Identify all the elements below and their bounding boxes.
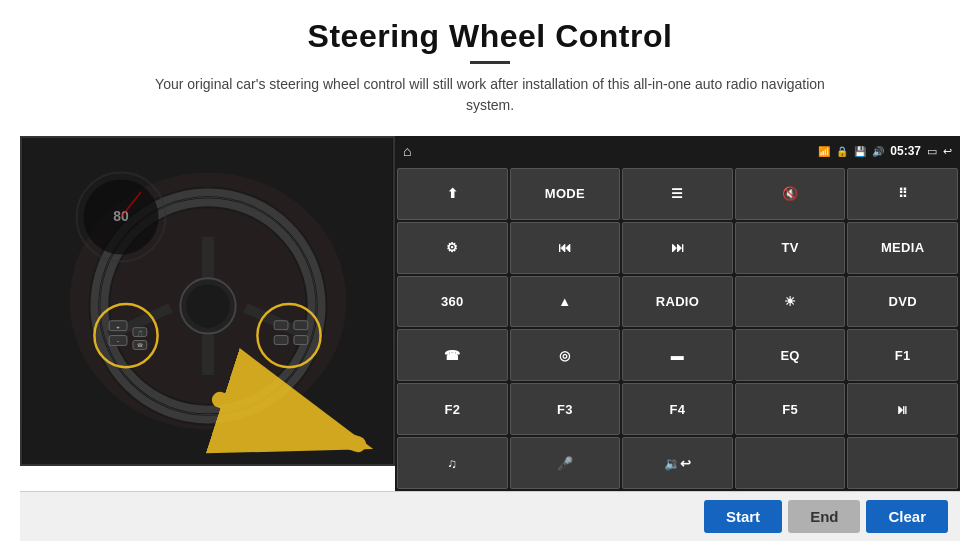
title-section: Steering Wheel Control Your original car… [150,18,830,116]
content-area: + - 🎵 ☎ [20,136,960,491]
svg-rect-22 [274,321,288,330]
wifi-icon: 📶 [818,146,830,157]
ui-panel: ⌂ 📶 🔒 💾 🔊 05:37 ▭ ↩ ⬆MODE☰🔇⠿⚙⏮⏭TVMEDIA36… [395,136,960,491]
status-bar-right: 📶 🔒 💾 🔊 05:37 ▭ ↩ [818,144,952,158]
btn-label-r5c5: ⏯ [896,402,909,417]
ui-button-r2c5[interactable]: MEDIA [847,222,958,274]
steering-wheel-bg: + - 🎵 ☎ [22,138,393,464]
btn-label-r4c3: ▬ [671,348,684,363]
btn-label-r2c3: ⏭ [671,240,684,255]
btn-label-r4c2: ◎ [559,348,570,363]
btn-label-r1c5: ⠿ [898,186,908,201]
ui-button-r1c2[interactable]: MODE [510,168,621,220]
button-grid: ⬆MODE☰🔇⠿⚙⏮⏭TVMEDIA360▲RADIO☀DVD☎◎▬EQF1F2… [395,166,960,491]
page-title: Steering Wheel Control [150,18,830,55]
ui-button-r2c4[interactable]: TV [735,222,846,274]
ui-button-r6c5[interactable] [847,437,958,489]
home-icon[interactable]: ⌂ [403,143,411,159]
btn-label-r3c3: RADIO [656,294,699,309]
svg-text:☎: ☎ [137,343,143,348]
btn-label-r3c5: DVD [889,294,917,309]
ui-button-r5c4[interactable]: F5 [735,383,846,435]
back-icon: ↩ [943,145,952,158]
ui-button-r6c3[interactable]: 🔉↩ [622,437,733,489]
ui-button-r3c2[interactable]: ▲ [510,276,621,328]
ui-button-r4c5[interactable]: F1 [847,329,958,381]
btn-label-r4c5: F1 [895,348,911,363]
ui-button-r2c2[interactable]: ⏮ [510,222,621,274]
ui-button-r1c4[interactable]: 🔇 [735,168,846,220]
btn-label-r1c3: ☰ [671,186,683,201]
ui-button-r3c1[interactable]: 360 [397,276,508,328]
ui-button-r6c4[interactable] [735,437,846,489]
btn-label-r2c5: MEDIA [881,240,924,255]
ui-button-r5c2[interactable]: F3 [510,383,621,435]
svg-rect-25 [294,336,308,345]
btn-label-r3c2: ▲ [558,294,571,309]
btn-label-r5c2: F3 [557,402,573,417]
page-container: Steering Wheel Control Your original car… [0,0,980,544]
ui-button-r1c1[interactable]: ⬆ [397,168,508,220]
ui-button-r3c4[interactable]: ☀ [735,276,846,328]
svg-point-10 [186,284,229,327]
btn-label-r1c1: ⬆ [447,186,458,201]
btn-label-r5c3: F4 [670,402,686,417]
btn-label-r6c2: 🎤 [557,456,573,471]
title-divider [470,61,510,64]
page-subtitle: Your original car's steering wheel contr… [150,74,830,116]
ui-button-r4c3[interactable]: ▬ [622,329,733,381]
btn-label-r4c1: ☎ [444,348,460,363]
btn-label-r6c3: 🔉↩ [664,456,692,471]
svg-text:🎵: 🎵 [137,330,144,337]
ui-button-r6c2[interactable]: 🎤 [510,437,621,489]
bottom-bar: Start End Clear [20,491,960,541]
svg-rect-24 [274,336,288,345]
steering-wheel-panel: + - 🎵 ☎ [20,136,395,466]
btn-label-r2c2: ⏮ [558,240,571,255]
btn-label-r1c2: MODE [545,186,585,201]
btn-label-r3c4: ☀ [784,294,796,309]
ui-button-r2c3[interactable]: ⏭ [622,222,733,274]
ui-button-r3c5[interactable]: DVD [847,276,958,328]
storage-icon: 💾 [854,146,866,157]
ui-button-r4c1[interactable]: ☎ [397,329,508,381]
ui-button-r5c3[interactable]: F4 [622,383,733,435]
btn-label-r1c4: 🔇 [782,186,798,201]
svg-text:-: - [117,338,119,344]
ui-button-r5c1[interactable]: F2 [397,383,508,435]
svg-text:+: + [116,324,120,330]
btn-label-r2c1: ⚙ [446,240,458,255]
status-time: 05:37 [890,144,921,158]
ui-button-r4c4[interactable]: EQ [735,329,846,381]
ui-button-r4c2[interactable]: ◎ [510,329,621,381]
svg-rect-23 [294,321,308,330]
btn-label-r5c1: F2 [444,402,460,417]
status-bar: ⌂ 📶 🔒 💾 🔊 05:37 ▭ ↩ [395,136,960,166]
btn-label-r4c4: EQ [780,348,799,363]
btn-label-r6c1: ♫ [447,456,457,471]
btn-label-r3c1: 360 [441,294,464,309]
status-bar-left: ⌂ [403,143,411,159]
ui-button-r6c1[interactable]: ♫ [397,437,508,489]
screen-icon: ▭ [927,145,937,158]
ui-button-r5c5[interactable]: ⏯ [847,383,958,435]
bt-icon: 🔊 [872,146,884,157]
start-button[interactable]: Start [704,500,782,533]
end-button[interactable]: End [788,500,860,533]
btn-label-r2c4: TV [781,240,798,255]
ui-button-r1c5[interactable]: ⠿ [847,168,958,220]
ui-button-r2c1[interactable]: ⚙ [397,222,508,274]
ui-button-r1c3[interactable]: ☰ [622,168,733,220]
clear-button[interactable]: Clear [866,500,948,533]
ui-button-r3c3[interactable]: RADIO [622,276,733,328]
btn-label-r5c4: F5 [782,402,798,417]
lock-icon: 🔒 [836,146,848,157]
